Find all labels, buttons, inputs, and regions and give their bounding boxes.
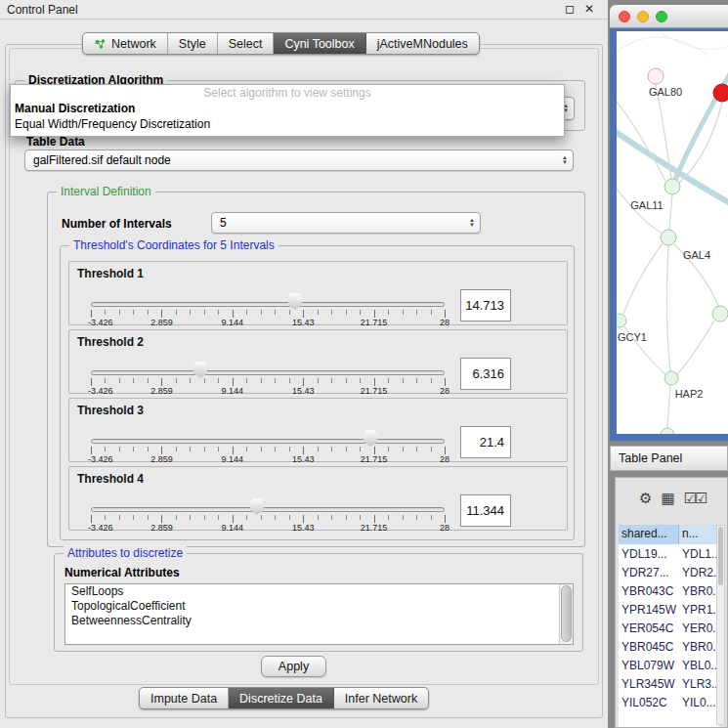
slider-track[interactable]: [91, 302, 445, 307]
table-data-combo[interactable]: galFiltered.sif default node ▲▼: [24, 150, 574, 171]
list-scrollbar-thumb[interactable]: [561, 585, 572, 642]
tick-mark: [133, 378, 134, 383]
network-node[interactable]: [664, 179, 680, 194]
tab-select[interactable]: Select: [218, 33, 275, 54]
numerical-attributes-list[interactable]: SelfLoopsTopologicalCoefficientBetweenne…: [64, 583, 574, 645]
network-edge[interactable]: [679, 103, 722, 183]
network-node[interactable]: [661, 230, 676, 245]
table-row[interactable]: YBL079WYBL0...: [619, 656, 719, 674]
tick-mark: [261, 447, 262, 451]
table-columns-icon[interactable]: ▦: [661, 490, 672, 507]
attribute-list-item[interactable]: SelfLoops: [65, 584, 573, 599]
scale-label: 2.859: [150, 318, 173, 327]
tick-mark: [91, 378, 92, 386]
settings-gear-icon[interactable]: ⚙: [639, 490, 650, 507]
tick-mark: [318, 515, 319, 520]
threshold-value-field[interactable]: 6.316: [460, 358, 511, 390]
table-cell: YPR145W: [619, 603, 679, 617]
table-row[interactable]: YIL052CYIL0...: [619, 693, 719, 711]
slider-thumb[interactable]: [364, 430, 377, 447]
tick-mark: [275, 447, 276, 451]
threshold-slider[interactable]: -3.4262.8599.14415.4321.71528: [91, 291, 445, 326]
tab-cyni-toolbox[interactable]: Cyni Toolbox: [274, 33, 365, 54]
network-node[interactable]: [712, 306, 728, 321]
table-row[interactable]: YPR145WYPR1...: [619, 600, 719, 619]
network-edge[interactable]: [623, 243, 663, 314]
tick-mark: [176, 447, 177, 451]
bottom-tabbar: Impute DataDiscretize DataInfer Network: [139, 687, 429, 709]
threshold-box: Threshold 4 -3.4262.8599.14415.4321.7152…: [68, 466, 568, 531]
threshold-value-field[interactable]: 11.344: [460, 494, 511, 527]
minimize-traffic-light-icon[interactable]: [637, 11, 649, 22]
tick-mark: [190, 447, 191, 451]
network-edge[interactable]: [617, 37, 709, 70]
network-node[interactable]: [648, 68, 664, 84]
algorithm-option-manual-discretization[interactable]: Manual Discretization: [11, 101, 564, 116]
slider-track[interactable]: [91, 507, 445, 512]
algorithm-option-equal-width-frequency[interactable]: Equal Width/Frequency Discretization: [11, 116, 564, 132]
tick-mark: [403, 378, 404, 383]
tab-infer-network[interactable]: Infer Network: [334, 688, 428, 708]
network-node[interactable]: [661, 428, 674, 434]
tab-discretize-data[interactable]: Discretize Data: [229, 688, 334, 708]
slider-track[interactable]: [91, 370, 445, 375]
slider-thumb[interactable]: [250, 498, 264, 515]
threshold-label: Threshold 4: [77, 472, 144, 486]
table-row[interactable]: YLR345WYLR3...: [619, 674, 719, 693]
table-row[interactable]: YBR045CYBR0...: [619, 637, 719, 656]
apply-button[interactable]: Apply: [261, 656, 326, 677]
threshold-slider[interactable]: -3.4262.8599.14415.4321.71528: [91, 496, 445, 532]
table-scrollbar[interactable]: [716, 525, 725, 725]
network-edge[interactable]: [646, 31, 728, 50]
network-edge[interactable]: [667, 385, 670, 428]
tick-mark: [218, 515, 219, 520]
threshold-value-field[interactable]: 21.4: [460, 426, 511, 458]
zoom-traffic-light-icon[interactable]: [656, 11, 667, 22]
network-node[interactable]: [617, 314, 626, 327]
column-header[interactable]: n...: [679, 525, 719, 544]
slider-thumb[interactable]: [288, 293, 302, 310]
tab-network[interactable]: Network: [83, 33, 168, 54]
network-window-titlebar[interactable]: [610, 5, 728, 28]
column-header[interactable]: shared...: [619, 525, 679, 544]
list-scrollbar[interactable]: [559, 584, 573, 644]
tick-mark: [360, 515, 361, 520]
selection-checkboxes-icon[interactable]: ☑☑: [684, 490, 707, 507]
close-traffic-light-icon[interactable]: [619, 11, 630, 22]
tab-impute-data[interactable]: Impute Data: [140, 688, 229, 708]
slider-thumb[interactable]: [193, 362, 207, 378]
scale-label: 2.859: [150, 454, 173, 464]
tick-mark: [190, 515, 191, 520]
network-edge[interactable]: [677, 321, 714, 374]
tab-style[interactable]: Style: [168, 33, 218, 54]
float-window-icon[interactable]: ◻: [565, 2, 575, 16]
slider-track[interactable]: [91, 439, 445, 444]
network-edge[interactable]: [666, 245, 670, 371]
tick-mark: [403, 310, 404, 315]
network-node[interactable]: [664, 371, 678, 385]
tick-mark: [346, 515, 347, 520]
network-canvas[interactable]: GAL80GAL11GAL4GCY1HAP2: [617, 31, 728, 434]
threshold-slider[interactable]: -3.4262.8599.14415.4321.71528: [91, 360, 445, 395]
attributes-group: Attributes to discretize Numerical Attri…: [54, 553, 583, 652]
close-window-icon[interactable]: ✕: [584, 2, 594, 16]
tick-mark: [218, 310, 219, 315]
threshold-value-field[interactable]: 14.713: [460, 289, 511, 321]
tick-mark: [303, 447, 304, 454]
table-scrollbar-thumb[interactable]: [718, 527, 723, 585]
threshold-slider[interactable]: -3.4262.8599.14415.4321.71528: [91, 428, 445, 463]
table-row[interactable]: YER054CYER0...: [619, 619, 719, 637]
table-row[interactable]: YDL19...YDL1...: [619, 544, 719, 563]
table-cell: YBR0...: [679, 640, 719, 654]
number-of-intervals-combo[interactable]: 5 ▲▼: [211, 212, 481, 234]
attribute-list-item[interactable]: TopologicalCoefficient: [65, 599, 573, 614]
network-node[interactable]: [713, 84, 728, 102]
tick-mark: [431, 515, 432, 520]
network-edge[interactable]: [669, 194, 672, 230]
tab-jactivemnodules[interactable]: jActiveMNodules: [366, 33, 479, 54]
attribute-list-item[interactable]: BetweennessCentrality: [65, 614, 573, 628]
table-row[interactable]: YBR043CYBR0...: [619, 581, 719, 600]
network-graph[interactable]: GAL80GAL11GAL4GCY1HAP2: [617, 31, 728, 434]
table-row[interactable]: YDR27...YDR2...: [619, 563, 719, 581]
tick-mark: [275, 378, 276, 383]
